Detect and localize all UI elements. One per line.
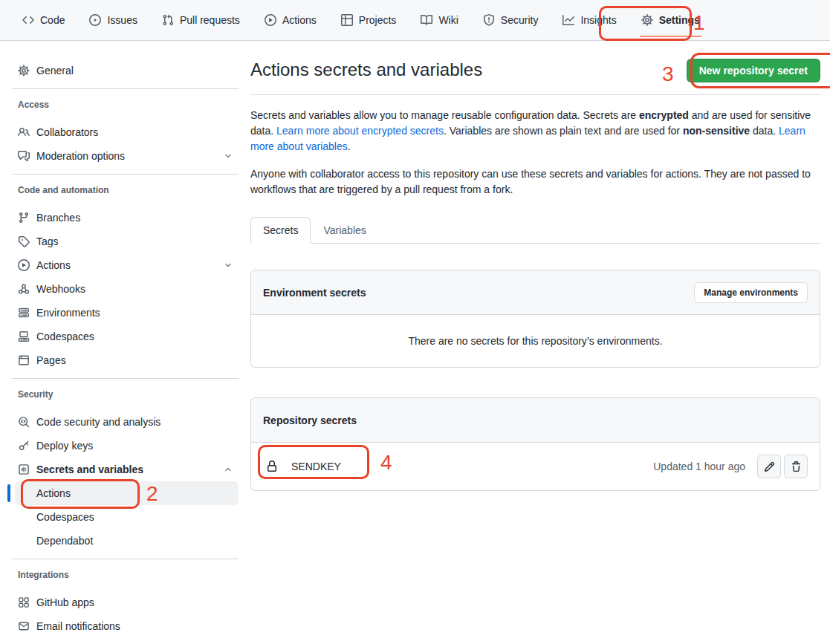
- nav-tab-label: Code: [40, 14, 65, 26]
- main-content: Actions secrets and variables New reposi…: [250, 41, 820, 491]
- nav-tab-security[interactable]: Security: [477, 0, 545, 40]
- comment-discussion-icon: [18, 150, 30, 162]
- secret-name: SENDKEY: [291, 461, 341, 472]
- nav-tab-label: Pull requests: [180, 14, 240, 26]
- sidebar-section-title-integrations: Integrations: [18, 570, 250, 580]
- sidebar-subitem-label: Actions: [36, 487, 71, 499]
- nav-tab-projects[interactable]: Projects: [335, 0, 403, 40]
- nav-tab-wiki[interactable]: Wiki: [415, 0, 464, 40]
- book-icon: [421, 14, 432, 26]
- sidebar-divider: [12, 559, 239, 559]
- sidebar-item-actions[interactable]: Actions: [12, 253, 239, 277]
- page-header: Actions secrets and variables New reposi…: [250, 41, 820, 95]
- sidebar-item-label: Collaborators: [36, 126, 98, 138]
- nav-tab-pull-requests[interactable]: Pull requests: [156, 0, 246, 40]
- tab-variables[interactable]: Variables: [311, 217, 378, 244]
- sidebar-item-environments[interactable]: Environments: [12, 301, 239, 325]
- table-icon: [341, 14, 353, 26]
- nav-tab-label: Settings: [659, 14, 700, 26]
- nav-tab-label: Insights: [580, 14, 616, 26]
- environment-secrets-empty-message: There are no secrets for this repository…: [251, 315, 820, 367]
- nav-tab-label: Issues: [107, 14, 137, 26]
- shield-icon: [483, 14, 495, 26]
- manage-environments-button[interactable]: Manage environments: [694, 282, 808, 303]
- environment-secrets-box: Environment secrets Manage environments …: [250, 270, 820, 368]
- sidebar-item-email-notifications[interactable]: Email notifications: [12, 614, 239, 638]
- sidebar-item-label: Deploy keys: [36, 440, 93, 452]
- nav-tab-issues[interactable]: Issues: [83, 0, 143, 40]
- sidebar-subitem-label: Codespaces: [36, 511, 94, 523]
- tag-icon: [18, 235, 30, 247]
- sidebar-divider: [12, 378, 239, 379]
- tab-secrets[interactable]: Secrets: [250, 217, 311, 244]
- pencil-icon: [764, 461, 775, 472]
- nav-tab-code[interactable]: Code: [16, 0, 71, 40]
- secret-updated-timestamp: Updated 1 hour ago: [653, 461, 745, 472]
- sidebar-item-branches[interactable]: Branches: [12, 206, 239, 230]
- sidebar-subitem-actions[interactable]: Actions: [15, 481, 239, 505]
- sidebar-item-collaborators[interactable]: Collaborators: [12, 120, 239, 144]
- edit-secret-button[interactable]: [757, 455, 781, 478]
- sidebar-item-github-apps[interactable]: GitHub apps: [12, 591, 239, 614]
- nav-tab-insights[interactable]: Insights: [557, 0, 622, 40]
- chevron-up-icon: [224, 465, 233, 474]
- sidebar-item-pages[interactable]: Pages: [12, 348, 239, 372]
- sidebar-item-label: Branches: [36, 212, 80, 224]
- trash-icon: [791, 461, 802, 472]
- sidebar-item-label: Webhooks: [36, 283, 85, 295]
- page-title: Actions secrets and variables: [250, 59, 482, 81]
- people-icon: [18, 126, 30, 138]
- nav-tab-label: Security: [501, 14, 539, 26]
- sidebar-item-code-security[interactable]: Code security and analysis: [12, 410, 239, 434]
- sidebar-item-label: Moderation options: [36, 150, 125, 162]
- description-text: Secrets and variables allow you to manag…: [250, 109, 639, 121]
- play-icon: [265, 14, 276, 26]
- sidebar-item-codespaces[interactable]: Codespaces: [12, 325, 239, 348]
- sidebar-item-secrets-and-variables[interactable]: Secrets and variables: [12, 458, 239, 481]
- codespaces-icon: [18, 331, 30, 342]
- description-text: .: [348, 140, 351, 152]
- description-paragraph-2: Anyone with collaborator access to this …: [250, 166, 812, 198]
- sidebar-section-title-access: Access: [18, 100, 250, 110]
- sidebar-divider: [12, 174, 239, 175]
- learn-more-encrypted-secrets-link[interactable]: Learn more about encrypted secrets: [276, 125, 444, 137]
- sidebar-item-moderation-options[interactable]: Moderation options: [12, 144, 239, 168]
- description-text: data.: [750, 125, 779, 137]
- sidebar-item-deploy-keys[interactable]: Deploy keys: [12, 434, 239, 458]
- sidebar-section-title-code-automation: Code and automation: [18, 185, 250, 195]
- repo-tab-nav: Code Issues Pull requests Actions Projec…: [0, 0, 830, 41]
- gear-icon: [641, 14, 653, 26]
- key-asterisk-icon: [18, 464, 30, 475]
- description-paragraph-1: Secrets and variables allow you to manag…: [250, 108, 812, 155]
- sidebar-item-label: Actions: [36, 259, 71, 271]
- environment-secrets-title: Environment secrets: [263, 287, 366, 299]
- repository-secrets-title: Repository secrets: [263, 414, 357, 426]
- nav-tab-label: Projects: [359, 14, 397, 26]
- key-icon: [18, 440, 30, 452]
- browser-icon: [18, 354, 30, 366]
- sidebar-item-general[interactable]: General: [12, 59, 239, 82]
- play-icon: [18, 259, 30, 271]
- sidebar-item-label: Codespaces: [36, 331, 94, 342]
- sidebar-subitem-label: Dependabot: [36, 535, 93, 547]
- secrets-variables-tabnav: Secrets Variables: [250, 217, 820, 244]
- nav-tab-actions[interactable]: Actions: [259, 0, 322, 40]
- gear-icon: [18, 65, 30, 77]
- sidebar-item-tags[interactable]: Tags: [12, 230, 239, 253]
- sidebar-subitem-codespaces[interactable]: Codespaces: [15, 505, 239, 529]
- chevron-down-icon: [224, 261, 233, 270]
- sidebar-item-webhooks[interactable]: Webhooks: [12, 277, 239, 301]
- sidebar-item-label: Environments: [36, 307, 100, 319]
- delete-secret-button[interactable]: [784, 455, 808, 478]
- nav-tab-settings[interactable]: Settings: [635, 0, 706, 40]
- sidebar-item-label: Tags: [36, 235, 59, 247]
- sidebar-item-label: Secrets and variables: [36, 464, 143, 475]
- chevron-down-icon: [224, 152, 233, 160]
- git-branch-icon: [18, 212, 30, 224]
- sidebar-divider: [12, 88, 239, 89]
- mail-icon: [18, 620, 30, 632]
- description-text: . Variables are shown as plain text and …: [444, 125, 683, 137]
- sidebar-item-label: Pages: [36, 354, 66, 366]
- new-repository-secret-button[interactable]: New repository secret: [687, 59, 820, 82]
- sidebar-subitem-dependabot[interactable]: Dependabot: [15, 529, 239, 553]
